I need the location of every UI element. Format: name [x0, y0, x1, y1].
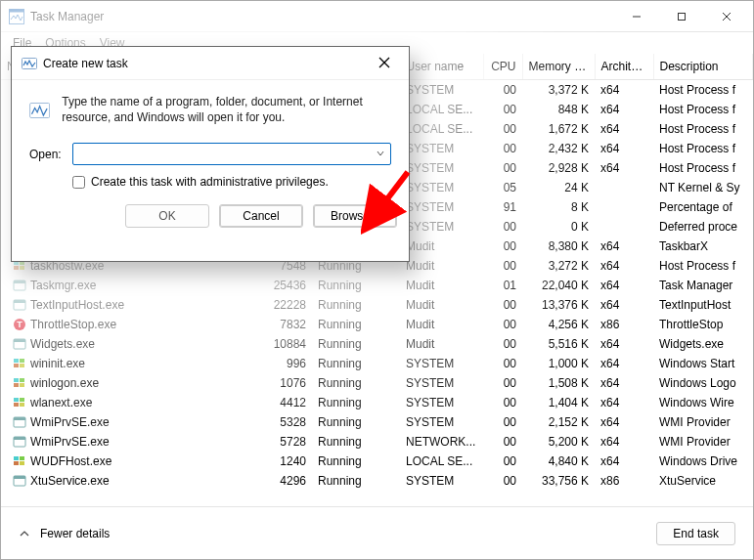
col-desc[interactable]: Description: [653, 54, 753, 80]
table-row[interactable]: wininit.exe996RunningSYSTEM001,000 Kx64W…: [1, 354, 753, 373]
cell-arch: x64: [595, 158, 653, 178]
process-icon: [13, 357, 26, 370]
cell-cpu: 00: [483, 119, 522, 139]
create-task-dialog: Create new task Type the name of a progr…: [11, 46, 410, 262]
open-label: Open:: [29, 148, 65, 161]
svg-rect-48: [14, 383, 19, 387]
cell-mem: 5,516 K: [522, 334, 595, 354]
maximize-button[interactable]: [659, 2, 704, 31]
cell-status: Running: [312, 432, 400, 452]
table-row[interactable]: winlogon.exe1076RunningSYSTEM001,508 Kx6…: [1, 373, 753, 393]
cell-arch: x64: [595, 432, 653, 452]
cell-desc: WMI Provider: [653, 432, 753, 452]
process-name: Taskmgr.exe: [30, 279, 96, 292]
cell-status: Running: [312, 295, 400, 315]
cell-arch: x64: [595, 100, 653, 119]
svg-rect-61: [20, 461, 24, 465]
chevron-down-icon[interactable]: [375, 149, 386, 159]
svg-rect-33: [20, 266, 24, 270]
svg-rect-50: [14, 398, 19, 402]
cell-cpu: 00: [483, 237, 522, 256]
end-task-button[interactable]: End task: [656, 522, 735, 545]
table-row[interactable]: WmiPrvSE.exe5728RunningNETWORK...005,200…: [1, 432, 753, 452]
cell-cpu: 00: [483, 80, 522, 100]
cell-desc: TaskbarX: [653, 237, 753, 256]
cell-user: SYSTEM: [400, 80, 483, 100]
col-arch[interactable]: Archite...: [595, 54, 653, 80]
cell-arch: x64: [595, 334, 653, 354]
cell-desc: Host Process f: [653, 158, 753, 178]
cell-desc: Host Process f: [653, 119, 753, 139]
process-icon: [13, 454, 26, 468]
cell-desc: Host Process f: [653, 80, 753, 100]
dialog-close-button[interactable]: [370, 56, 399, 71]
close-button[interactable]: [704, 2, 749, 31]
process-icon: [13, 376, 26, 390]
table-row[interactable]: Widgets.exe10884RunningMudit005,516 Kx64…: [1, 334, 753, 354]
cell-mem: 0 K: [522, 217, 595, 237]
fewer-details-label: Fewer details: [40, 527, 110, 540]
cell-user: SYSTEM: [400, 139, 483, 158]
ok-button[interactable]: OK: [125, 204, 209, 228]
process-name: WmiPrvSE.exe: [30, 435, 110, 449]
open-input[interactable]: [77, 148, 375, 161]
svg-rect-51: [20, 398, 24, 402]
cell-status: Running: [312, 276, 400, 295]
table-row[interactable]: Taskmgr.exe25436RunningMudit0122,040 Kx6…: [1, 276, 753, 295]
svg-rect-52: [14, 403, 19, 407]
cell-desc: Deferred proce: [653, 217, 753, 237]
cell-user: LOCAL SE...: [400, 100, 483, 119]
cell-cpu: 00: [483, 217, 522, 237]
cell-mem: 8 K: [522, 197, 595, 217]
table-row[interactable]: WmiPrvSE.exe5328RunningSYSTEM002,152 Kx6…: [1, 412, 753, 432]
table-row[interactable]: wlanext.exe4412RunningSYSTEM001,404 Kx64…: [1, 393, 753, 412]
cell-desc: NT Kernel & Sy: [653, 178, 753, 197]
svg-rect-53: [20, 403, 24, 407]
cell-cpu: 00: [483, 256, 522, 276]
browse-button[interactable]: Browse...: [313, 204, 397, 228]
table-row[interactable]: TThrottleStop.exe7832RunningMudit004,256…: [1, 315, 753, 334]
cell-pid: 5328: [260, 412, 312, 432]
table-row[interactable]: TextInputHost.exe22228RunningMudit0013,3…: [1, 295, 753, 315]
cell-user: SYSTEM: [400, 354, 483, 373]
minimize-button[interactable]: [614, 2, 659, 31]
cell-mem: 33,756 K: [522, 471, 595, 491]
cell-user: SYSTEM: [400, 178, 483, 197]
fewer-details-button[interactable]: Fewer details: [19, 527, 110, 540]
col-mem[interactable]: Memory (a...: [522, 54, 595, 80]
open-combobox[interactable]: [72, 143, 391, 165]
table-row[interactable]: XtuService.exe4296RunningSYSTEM0033,756 …: [1, 471, 753, 491]
cell-arch: x64: [595, 237, 653, 256]
cell-mem: 3,272 K: [522, 256, 595, 276]
col-cpu[interactable]: CPU: [483, 54, 522, 80]
process-icon: [13, 396, 26, 409]
cell-cpu: 00: [483, 393, 522, 412]
col-user[interactable]: User name: [400, 54, 483, 80]
close-icon: [378, 57, 390, 68]
window-title: Task Manager: [30, 10, 614, 23]
cell-arch: [595, 217, 653, 237]
cell-desc: Widgets.exe: [653, 334, 753, 354]
cell-user: Mudit: [400, 295, 483, 315]
admin-checkbox[interactable]: [72, 176, 85, 189]
cell-cpu: 00: [483, 471, 522, 491]
process-icon: [13, 279, 26, 292]
process-icon: T: [13, 318, 26, 331]
process-icon: [13, 337, 26, 351]
cell-user: NETWORK...: [400, 432, 483, 452]
cancel-button[interactable]: Cancel: [219, 204, 303, 228]
cell-arch: x64: [595, 452, 653, 471]
cell-user: SYSTEM: [400, 158, 483, 178]
task-manager-icon: [9, 9, 24, 24]
cell-mem: 4,256 K: [522, 315, 595, 334]
cell-mem: 3,372 K: [522, 80, 595, 100]
cell-user: LOCAL SE...: [400, 452, 483, 471]
cell-mem: 22,040 K: [522, 276, 595, 295]
cell-mem: 8,380 K: [522, 237, 595, 256]
cell-mem: 2,432 K: [522, 139, 595, 158]
cell-desc: Percentage of: [653, 197, 753, 217]
table-row[interactable]: WUDFHost.exe1240RunningLOCAL SE...004,84…: [1, 452, 753, 471]
svg-rect-45: [20, 364, 24, 367]
process-icon: [13, 298, 26, 312]
cell-desc: Task Manager: [653, 276, 753, 295]
